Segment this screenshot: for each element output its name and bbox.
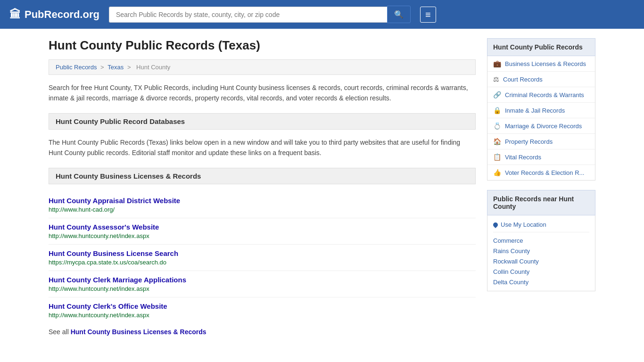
record-item: Hunt County Clerk Marriage Applications … — [49, 271, 476, 297]
sidebar-record-icon: 📋 — [493, 153, 501, 161]
nearby-link[interactable]: Collin County — [493, 268, 529, 275]
sidebar-nearby-section: Public Records near Hunt County Use My L… — [487, 190, 595, 291]
sidebar-record-link[interactable]: 🏠 Property Records — [487, 134, 595, 149]
breadcrumb-current: Hunt County — [136, 64, 170, 71]
record-item: Hunt County Assessor's Website http://ww… — [49, 218, 476, 245]
nearby-link[interactable]: Rockwall County — [493, 258, 539, 265]
use-location-label: Use My Location — [501, 221, 546, 228]
record-url-link[interactable]: https://mycpa.cpa.state.tx.us/coa/search… — [49, 259, 166, 266]
nearby-item: Commerce — [493, 235, 589, 246]
location-dot-icon — [492, 221, 499, 228]
breadcrumb-link-public-records[interactable]: Public Records — [56, 64, 97, 71]
record-item: Hunt County Business License Search http… — [49, 245, 476, 271]
sidebar-record-link[interactable]: ⚖ Court Records — [487, 72, 595, 87]
search-input[interactable] — [109, 7, 387, 23]
sidebar-record-item: 👍 Voter Records & Election R... — [487, 165, 595, 180]
sidebar-record-link[interactable]: 🔒 Inmate & Jail Records — [487, 103, 595, 118]
sidebar-record-label: Court Records — [503, 76, 543, 83]
nearby-link[interactable]: Commerce — [493, 237, 523, 244]
sidebar-record-label: Vital Records — [505, 154, 541, 161]
breadcrumb-separator-1: > — [100, 64, 106, 71]
record-title-link[interactable]: Hunt County Clerk's Office Website — [49, 302, 476, 310]
nearby-item: Rains County — [493, 246, 589, 256]
sidebar-record-label: Voter Records & Election R... — [505, 169, 584, 176]
breadcrumb-link-texas[interactable]: Texas — [107, 64, 124, 71]
record-title-link[interactable]: Hunt County Business License Search — [49, 249, 476, 257]
sidebar-record-icon: 🏠 — [493, 138, 501, 145]
record-url-link[interactable]: http://www.hunt-cad.org/ — [49, 206, 115, 213]
logo-text: PubRecord.org — [25, 8, 99, 21]
breadcrumb-separator-2: > — [127, 64, 132, 71]
logo-icon: 🏛 — [9, 8, 21, 21]
sidebar-record-item: 🔗 Criminal Records & Warrants — [487, 87, 595, 103]
record-title-link[interactable]: Hunt County Appraisal District Website — [49, 197, 476, 205]
databases-section-header: Hunt County Public Record Databases — [49, 113, 476, 130]
sidebar-record-item: 🏠 Property Records — [487, 134, 595, 149]
sidebar-record-label: Property Records — [505, 138, 553, 145]
record-url-link[interactable]: http://www.huntcounty.net/index.aspx — [49, 285, 149, 292]
sidebar-records-list: 💼 Business Licenses & Records ⚖ Court Re… — [487, 56, 595, 181]
sidebar-records-section: Hunt County Public Records 💼 Business Li… — [487, 38, 595, 181]
sidebar-record-icon: 👍 — [493, 169, 501, 176]
sidebar-record-label: Inmate & Jail Records — [505, 107, 565, 114]
use-location-button[interactable]: Use My Location — [493, 219, 589, 232]
record-title-link[interactable]: Hunt County Assessor's Website — [49, 223, 476, 231]
see-all-text: See all Hunt County Business Licenses & … — [49, 328, 476, 336]
sidebar-record-link[interactable]: 🔗 Criminal Records & Warrants — [487, 87, 595, 102]
sidebar-record-label: Business Licenses & Records — [505, 60, 586, 67]
business-section-header: Hunt County Business Licenses & Records — [49, 168, 476, 184]
intro-text: Search for free Hunt County, TX Public R… — [49, 82, 476, 104]
main-container: Hunt County Public Records (Texas) Publi… — [39, 29, 605, 345]
sidebar-record-link[interactable]: 👍 Voter Records & Election R... — [487, 165, 595, 180]
search-button[interactable]: 🔍 — [387, 6, 411, 23]
record-item: Hunt County Clerk's Office Website http:… — [49, 297, 476, 323]
nearby-link[interactable]: Delta County — [493, 279, 528, 286]
sidebar-record-link[interactable]: 💼 Business Licenses & Records — [487, 56, 595, 71]
sidebar-record-label: Marriage & Divorce Records — [505, 123, 582, 130]
sidebar-record-icon: ⚖ — [493, 75, 499, 83]
site-logo[interactable]: 🏛 PubRecord.org — [9, 8, 99, 21]
nearby-item: Delta County — [493, 277, 589, 287]
record-url-link[interactable]: http://www.huntcounty.net/index.aspx — [49, 312, 149, 319]
nearby-item: Rockwall County — [493, 256, 589, 266]
sidebar-records-title: Hunt County Public Records — [487, 38, 595, 56]
see-all-link[interactable]: Hunt County Business Licenses & Records — [71, 328, 206, 336]
record-url-link[interactable]: http://www.huntcounty.net/index.aspx — [49, 232, 149, 239]
sidebar-record-icon: 💼 — [493, 60, 501, 67]
sidebar-nearby-list: Use My Location CommerceRains CountyRock… — [487, 215, 595, 291]
sidebar-record-icon: 🔒 — [493, 107, 501, 114]
search-area: 🔍 — [109, 6, 411, 23]
sidebar-record-item: ⚖ Court Records — [487, 72, 595, 87]
page-title: Hunt County Public Records (Texas) — [49, 38, 476, 53]
sidebar-record-item: 🔒 Inmate & Jail Records — [487, 103, 595, 118]
sidebar-nearby-title: Public Records near Hunt County — [487, 190, 595, 215]
nearby-item: Collin County — [493, 266, 589, 277]
breadcrumb: Public Records > Texas > Hunt County — [49, 59, 476, 75]
sidebar-record-icon: 💍 — [493, 122, 501, 130]
record-item: Hunt County Appraisal District Website h… — [49, 192, 476, 218]
sidebar-record-link[interactable]: 📋 Vital Records — [487, 149, 595, 165]
sidebar-record-icon: 🔗 — [493, 91, 501, 99]
sidebar: Hunt County Public Records 💼 Business Li… — [487, 38, 595, 336]
menu-icon: ≡ — [425, 9, 431, 20]
site-header: 🏛 PubRecord.org 🔍 ≡ — [0, 0, 644, 29]
record-title-link[interactable]: Hunt County Clerk Marriage Applications — [49, 276, 476, 284]
sidebar-record-link[interactable]: 💍 Marriage & Divorce Records — [487, 118, 595, 133]
search-icon: 🔍 — [394, 10, 404, 18]
content-area: Hunt County Public Records (Texas) Publi… — [49, 38, 476, 336]
databases-description: The Hunt County Public Records (Texas) l… — [49, 137, 476, 158]
records-list: Hunt County Appraisal District Website h… — [49, 192, 476, 323]
nearby-link[interactable]: Rains County — [493, 247, 530, 255]
sidebar-record-item: 💍 Marriage & Divorce Records — [487, 118, 595, 134]
sidebar-record-label: Criminal Records & Warrants — [505, 91, 584, 99]
menu-button[interactable]: ≡ — [420, 7, 436, 23]
sidebar-record-item: 📋 Vital Records — [487, 149, 595, 165]
sidebar-record-item: 💼 Business Licenses & Records — [487, 56, 595, 72]
